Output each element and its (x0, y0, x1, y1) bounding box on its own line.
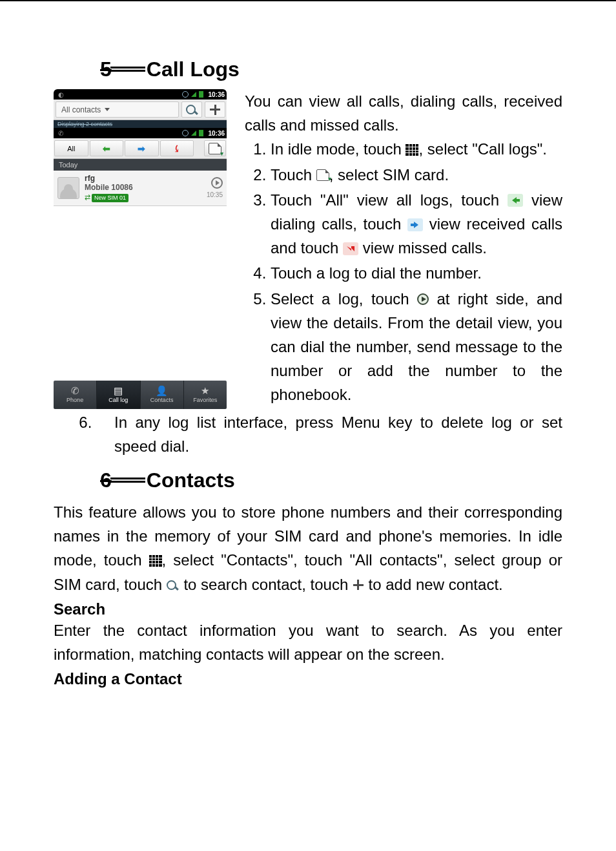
section-6-para-d: to add new contact. (364, 576, 503, 593)
all-contacts-dropdown[interactable]: All contacts (56, 101, 179, 118)
section-6-para: This feature allows you to store phone n… (54, 500, 562, 596)
arrow-right-blue-icon: ➡ (138, 143, 145, 154)
log-right: 10:35 (207, 177, 223, 198)
plus-icon-inline (353, 579, 364, 591)
section-5-steps-continued: In any log list interface, press Menu ke… (54, 410, 562, 458)
adding-contact-subhead: Adding a Contact (54, 670, 562, 688)
phone-screenshot: ◐ 10:36 All contacts (54, 89, 227, 409)
tab-all[interactable]: All (54, 140, 88, 156)
log-filter-tabs: All ⬅ ➡ ⤹ (54, 138, 227, 159)
step-2-text-b: , select SIM card. (329, 166, 449, 184)
step-6: In any log list interface, press Menu ke… (96, 410, 562, 458)
heading-rule-2 (110, 478, 145, 483)
status-battery-icon-2 (199, 130, 203, 136)
search-subhead: Search (54, 600, 562, 618)
status-signal-icon (191, 92, 196, 97)
nav-contacts[interactable]: 👤 Contacts (140, 381, 183, 409)
step-5-text-a: Select a log, touch (271, 290, 417, 308)
tab-dialed[interactable]: ⬅ (90, 140, 124, 156)
step-1-text-a: In idle mode, touch (271, 140, 402, 158)
step-3: Touch "All" view all logs, touch view di… (271, 188, 562, 260)
dial-arrow-icon (508, 194, 523, 207)
all-contacts-label: All contacts (61, 105, 101, 114)
status-signal-icon-2 (191, 131, 196, 136)
screenshot-column: ◐ 10:36 All contacts (54, 89, 227, 409)
log-details: rfg Mobile 10086 ⇄New SIM 01 (85, 174, 207, 202)
section-6-heading: 6Contacts (54, 468, 562, 492)
section-5-steps: In idle mode, touch , select "Call logs"… (245, 137, 562, 406)
nav-phone-label: Phone (67, 397, 83, 403)
detail-play-icon (417, 293, 429, 305)
log-number-text: Mobile 10086 (85, 183, 133, 192)
tab-all-label: All (67, 145, 75, 152)
contacts-filter-row: All contacts (54, 100, 227, 120)
search-body: Enter the contact information you want t… (54, 618, 562, 666)
nav-calllog-label: Call log (108, 397, 128, 403)
section-5-intro: You can view all calls, dialing calls, r… (245, 89, 562, 137)
contacts-icon: 👤 (156, 386, 168, 395)
status-bar-top: ◐ 10:36 (54, 89, 227, 100)
search-icon (185, 103, 198, 116)
displaying-strip: Displaying 2 contacts (54, 120, 227, 128)
heading-rule (110, 67, 145, 72)
phone-icon: ✆ (71, 386, 79, 395)
nav-favorites[interactable]: ★ Favorites (183, 381, 227, 409)
section-5-title: Call Logs (147, 58, 240, 81)
section-5-heading: 5Call Logs (54, 58, 562, 81)
nav-phone[interactable]: ✆ Phone (54, 381, 96, 409)
log-time: 10:35 (207, 191, 223, 198)
step-3-text-a: Touch "All" view all logs, touch (271, 191, 508, 209)
status-battery-icon (199, 91, 203, 98)
add-button[interactable] (205, 101, 225, 118)
arrow-left-green-icon: ⬅ (103, 143, 110, 154)
calllog-icon: ▤ (114, 386, 123, 395)
avatar (57, 177, 79, 199)
step-2-text-a: Touch (271, 166, 312, 184)
star-icon: ★ (201, 386, 209, 395)
step-1: In idle mode, touch , select "Call logs"… (271, 137, 562, 161)
status-refresh-icon-2 (182, 130, 189, 136)
status-phone-icon: ✆ (56, 130, 180, 137)
app-grid-icon-2 (149, 555, 162, 567)
step-5: Select a log, touch at right side, and v… (271, 287, 562, 407)
plus-icon (209, 104, 221, 116)
app-grid-icon (406, 144, 418, 156)
nav-fav-label: Favorites (193, 397, 217, 403)
search-button[interactable] (181, 101, 202, 118)
tab-missed[interactable]: ⤹ (160, 140, 194, 156)
section-5-body: ◐ 10:36 All contacts (54, 89, 562, 409)
section-5-text: You can view all calls, dialing calls, r… (245, 89, 562, 408)
sim-select-btn[interactable] (204, 140, 226, 156)
log-detail-icon[interactable] (211, 177, 223, 189)
step-3-text-d: view missed calls. (363, 239, 487, 257)
log-row[interactable]: rfg Mobile 10086 ⇄New SIM 01 10:35 (54, 171, 227, 206)
status-time-mid: 10:36 (206, 130, 225, 137)
sim-pill: New SIM 01 (92, 194, 128, 202)
section-6-title: Contacts (147, 468, 235, 492)
sim-card-icon (209, 143, 221, 154)
missed-arrow-icon (343, 242, 358, 255)
bottom-nav: ✆ Phone ▤ Call log 👤 Contacts ★ Favorite… (54, 381, 227, 409)
step-1-text-b: , select "Call logs". (418, 140, 546, 158)
status-time-top: 10:36 (206, 91, 225, 98)
status-refresh-icon (182, 91, 189, 98)
log-number: Mobile 10086 (85, 183, 207, 192)
today-header: Today (54, 159, 227, 171)
tab-received[interactable]: ➡ (125, 140, 159, 156)
status-left-icon: ◐ (56, 91, 180, 98)
section-6-para-c: to search contact, touch (180, 576, 348, 593)
sim-arrow-icon: ⇄ (85, 193, 90, 201)
arrow-missed-red-icon: ⤹ (173, 143, 181, 154)
nav-calllog[interactable]: ▤ Call log (96, 381, 139, 409)
step-4: Touch a log to dial the number. (271, 261, 562, 285)
nav-contacts-label: Contacts (150, 397, 174, 403)
log-name: rfg (85, 174, 207, 183)
page: 5Call Logs ◐ 10:36 All contacts (0, 0, 616, 720)
search-icon-inline (167, 578, 180, 591)
sim-select-icon (316, 169, 329, 181)
step-2: Touch , select SIM card. (271, 163, 562, 187)
status-bar-mid: ✆ 10:36 (54, 128, 227, 138)
received-arrow-icon (407, 218, 423, 231)
